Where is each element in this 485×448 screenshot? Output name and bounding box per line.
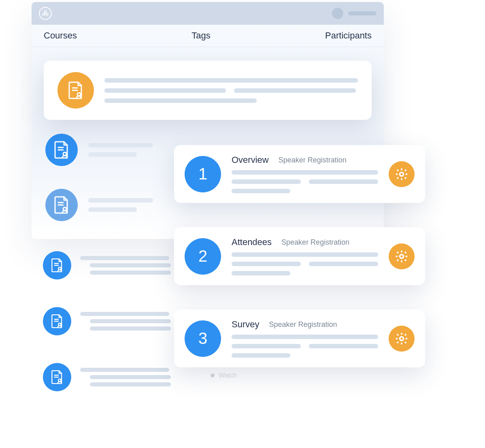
list-item[interactable] xyxy=(43,307,171,335)
svg-point-8 xyxy=(400,337,403,340)
user-area[interactable] xyxy=(332,8,377,19)
step-card-overview[interactable]: 1 Overview Speaker Registration xyxy=(174,145,425,203)
list-item-lines xyxy=(80,312,171,331)
step-subtitle: Speaker Registration xyxy=(269,320,337,329)
tab-bar: Courses Tags Participants xyxy=(32,25,384,47)
titlebar xyxy=(32,2,384,25)
step-card-survey[interactable]: 3 Survey Speaker Registration xyxy=(174,309,425,367)
tab-tags[interactable]: Tags xyxy=(191,30,210,41)
step-cards: 1 Overview Speaker Registration 2 Attend… xyxy=(174,145,425,367)
course-card-lines xyxy=(104,78,358,103)
step-title: Overview xyxy=(232,155,269,165)
document-person-icon xyxy=(43,363,71,391)
status-dot-icon xyxy=(211,373,215,378)
document-person-icon xyxy=(43,307,71,335)
tab-participants[interactable]: Participants xyxy=(325,30,372,41)
gear-icon xyxy=(395,167,408,181)
step-card-attendees[interactable]: 2 Attendees Speaker Registration xyxy=(174,227,425,285)
list-item[interactable] xyxy=(43,251,171,279)
step-subtitle: Speaker Registration xyxy=(281,238,349,247)
gear-icon xyxy=(395,250,408,263)
avatar[interactable] xyxy=(332,8,343,19)
document-person-icon xyxy=(45,134,78,166)
step-title: Survey xyxy=(232,319,259,330)
step-number-badge: 1 xyxy=(185,156,221,192)
step-title: Attendees xyxy=(232,237,272,247)
list-item[interactable] xyxy=(43,363,171,391)
step-number-badge: 3 xyxy=(185,320,221,357)
document-person-icon xyxy=(43,251,71,279)
step-subtitle: Speaker Registration xyxy=(279,156,347,164)
course-card-featured[interactable] xyxy=(44,61,372,120)
course-row-lines xyxy=(88,198,153,212)
mini-list xyxy=(43,251,171,391)
svg-point-6 xyxy=(400,172,403,176)
settings-button[interactable] xyxy=(389,326,415,352)
tab-courses[interactable]: Courses xyxy=(44,30,77,41)
document-person-icon xyxy=(45,189,78,221)
settings-button[interactable] xyxy=(389,243,415,269)
gear-icon xyxy=(395,332,408,346)
step-number-badge: 2 xyxy=(185,238,221,275)
list-item-lines xyxy=(80,368,171,386)
svg-point-7 xyxy=(400,254,403,258)
document-person-icon xyxy=(57,72,94,109)
svg-point-0 xyxy=(45,11,47,13)
app-logo-icon xyxy=(39,7,52,20)
watch-label: Watch xyxy=(219,372,237,379)
list-item-lines xyxy=(80,256,171,275)
watch-peek: Watch xyxy=(211,372,237,379)
settings-button[interactable] xyxy=(389,161,415,187)
course-row-lines xyxy=(88,143,153,157)
username-placeholder xyxy=(348,11,377,15)
